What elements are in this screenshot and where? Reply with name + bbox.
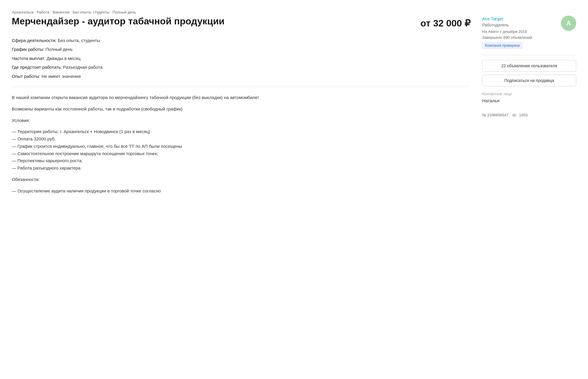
desc-para-1: В нашей компании открыта вакансия аудито… bbox=[12, 94, 470, 101]
views-count: 1053 bbox=[519, 112, 527, 118]
eye-svg bbox=[512, 113, 517, 118]
listing-meta: № 2336656547, 1053 bbox=[482, 112, 576, 118]
job-description: В нашей компании открыта вакансия аудито… bbox=[12, 94, 470, 194]
detail-row-5: Опыт работы: Не имеет значения bbox=[12, 73, 470, 80]
contact-label: Контактное лицо bbox=[482, 91, 576, 97]
detail-row-4: Где предстоит работать: Разъездная работ… bbox=[12, 64, 470, 71]
svg-point-1 bbox=[514, 115, 515, 116]
listing-number: № 2336656547, bbox=[482, 112, 510, 118]
listings-button[interactable]: 22 объявления пользователя bbox=[482, 60, 576, 72]
views-icon bbox=[512, 113, 517, 118]
company-role: Работодатель bbox=[482, 22, 557, 28]
verified-badge: Компания проверена bbox=[482, 42, 523, 49]
desc-para-3: Условия: bbox=[12, 117, 470, 124]
detail-row-1: Сфера деятельности: Без опыта, студенты bbox=[12, 37, 470, 44]
avatar: А bbox=[561, 16, 576, 31]
company-since: На Авито с декабря 2018 bbox=[482, 29, 557, 35]
company-completed: Завершено 690 объявлений bbox=[482, 35, 557, 41]
desc-para-5: Обязанности: bbox=[12, 176, 470, 183]
detail-row-3: Частота выплат: Дважды в месяц bbox=[12, 55, 470, 62]
company-card: Ace Target Работодатель На Авито с декаб… bbox=[482, 16, 576, 56]
job-title: Мерчендайзер - аудитор табачной продукци… bbox=[12, 16, 412, 27]
subscribe-button[interactable]: Подписаться на продавца bbox=[482, 75, 576, 86]
contact-name: Наталья bbox=[482, 98, 576, 104]
svg-point-0 bbox=[512, 114, 516, 116]
section-divider bbox=[12, 87, 470, 87]
desc-para-6: — Осуществление аудита наличия продукции… bbox=[12, 187, 470, 195]
salary: от 32 000 ₽ bbox=[420, 16, 470, 30]
right-sidebar: Ace Target Работодатель На Авито с декаб… bbox=[482, 16, 576, 118]
job-details: Сфера деятельности: Без опыта, студенты … bbox=[12, 37, 470, 80]
company-name-link[interactable]: Ace Target bbox=[482, 16, 503, 21]
company-info: Ace Target Работодатель На Авито с декаб… bbox=[482, 16, 557, 49]
desc-para-4: — Территория работы: г. Архангельск + Но… bbox=[12, 128, 470, 172]
desc-para-2: Возможны варианты как постоянной работы,… bbox=[12, 105, 470, 113]
contact-section: Контактное лицо Наталья bbox=[482, 91, 576, 104]
detail-row-2: График работы: Полный день bbox=[12, 46, 470, 53]
breadcrumb: Архангельск · Работа · Вакансии · Без оп… bbox=[12, 9, 576, 16]
